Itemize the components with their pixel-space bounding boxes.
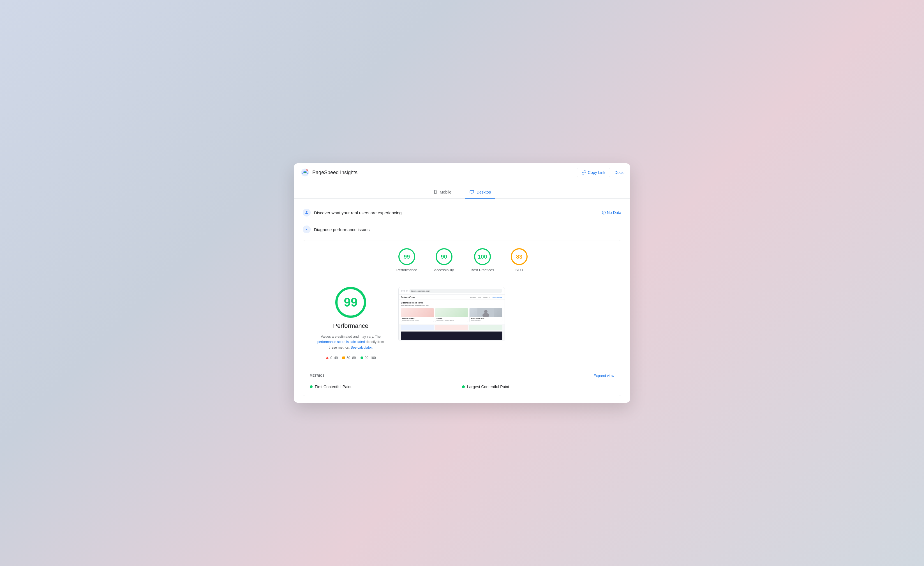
accessibility-label: Accessibility	[434, 268, 454, 272]
seo-label: SEO	[515, 268, 523, 272]
sim-card-title-2: Alpine.js	[436, 317, 467, 319]
diagnose-title: Diagnose performance issues	[314, 227, 369, 232]
dot2	[404, 290, 405, 292]
app-title: PageSpeed Insights	[312, 170, 357, 176]
copy-link-button[interactable]: Copy Link	[577, 168, 610, 177]
accessibility-circle: 90	[436, 248, 453, 265]
sim-logo: BusinessPress	[401, 296, 415, 298]
svg-rect-4	[470, 191, 474, 193]
diagnose-icon	[303, 225, 310, 233]
header-actions: Copy Link Docs	[577, 168, 624, 177]
dot1	[401, 290, 403, 292]
no-data-link[interactable]: No Data	[602, 210, 621, 215]
sim-card-title-3: How to enable auto...	[471, 317, 501, 319]
seo-circle: 83	[511, 248, 528, 265]
metrics-grid: First Contentful Paint Largest Contentfu…	[310, 382, 614, 391]
score-item-performance[interactable]: 99 Performance	[396, 248, 417, 272]
score-description: Values are estimated and may vary. The p…	[314, 334, 387, 350]
svg-point-11	[306, 229, 307, 230]
metrics-header: METRICS Expand view	[310, 374, 614, 378]
sim-nav: About Us Blog Contact Us Login / Registe…	[470, 296, 502, 298]
mobile-icon	[433, 190, 438, 194]
sim-card-text-2: How to create a build with Alpine.js	[436, 320, 467, 321]
preview-browser-bar: businesspress.com	[399, 287, 505, 295]
metric-fcp: First Contentful Paint	[310, 382, 462, 391]
sim-nav-blog: Blog	[478, 296, 481, 298]
diagnose-section-banner: Diagnose performance issues	[303, 222, 621, 237]
sim-hero-title: BusinessPress News	[401, 302, 502, 304]
score-detail: 99 Performance Values are estimated and …	[303, 278, 621, 369]
score-item-accessibility[interactable]: 90 Accessibility	[434, 248, 454, 272]
score-item-seo[interactable]: 83 SEO	[511, 248, 528, 272]
sim-extra-content	[399, 324, 505, 341]
score-card: 99 Performance 90 Accessibility 100 B	[303, 240, 621, 396]
metric-lcp: Largest Contentful Paint	[462, 382, 614, 391]
score-summary: 99 Performance 90 Accessibility 100 B	[303, 240, 621, 278]
performance-circle: 99	[398, 248, 415, 265]
real-users-banner-left: Discover what your real users are experi…	[303, 209, 402, 216]
pass-circle-icon	[360, 356, 363, 359]
svg-point-13	[484, 310, 488, 313]
sim-cards: Keyword Research Importance of Keyword R…	[401, 308, 502, 322]
score-legend: 0–49 50–89 90–100	[326, 356, 376, 360]
link-icon	[582, 170, 586, 175]
preview-url-bar: businesspress.com	[409, 289, 502, 293]
info-icon	[602, 211, 606, 215]
best-practices-label: Best Practices	[471, 268, 494, 272]
big-score-title: Performance	[333, 322, 368, 330]
svg-point-7	[306, 211, 307, 213]
main-content: Discover what your real users are experi…	[294, 198, 630, 403]
settings-icon	[304, 227, 309, 232]
logo-area: PageSpeed Insights	[300, 168, 357, 177]
tab-desktop[interactable]: Desktop	[465, 186, 495, 198]
app-header: PageSpeed Insights Copy Link Docs	[294, 163, 630, 182]
sim-card-body-3: How to enable auto... How to enable auto…	[470, 317, 502, 322]
expand-view-button[interactable]: Expand view	[594, 374, 614, 378]
legend-pass: 90–100	[360, 356, 376, 360]
sim-card-img-2	[435, 308, 468, 317]
fail-triangle-icon	[326, 356, 329, 359]
desktop-icon	[469, 190, 474, 194]
tab-mobile[interactable]: Mobile	[429, 186, 456, 198]
preview-dots	[401, 290, 408, 292]
sim-nav-contact: Contact Us	[483, 296, 490, 298]
website-screenshot: BusinessPress About Us Blog Contact Us L…	[399, 295, 505, 341]
sim-card-text-1: Importance of Keyword Research	[402, 320, 433, 321]
docs-link[interactable]: Docs	[615, 170, 624, 175]
legend-fail: 0–49	[326, 356, 338, 360]
real-users-title: Discover what your real users are experi…	[314, 210, 402, 215]
users-icon	[304, 210, 309, 215]
svg-point-3	[435, 193, 435, 194]
sim-card-img-1	[401, 308, 434, 317]
sim-card-1: Keyword Research Importance of Keyword R…	[401, 308, 434, 322]
big-performance-circle: 99	[335, 287, 366, 318]
legend-average: 50–89	[342, 356, 356, 360]
sim-block2	[435, 325, 468, 330]
sim-nav-about: About Us	[470, 296, 476, 298]
sim-card-text-3: How to enable auto...	[471, 320, 501, 321]
score-detail-right: businesspress.com BusinessPress About Us	[398, 287, 610, 341]
performance-label: Performance	[396, 268, 417, 272]
lcp-dot	[462, 385, 465, 388]
metrics-title: METRICS	[310, 374, 325, 377]
preview-content: BusinessPress About Us Blog Contact Us L…	[399, 295, 505, 341]
best-practices-circle: 100	[474, 248, 491, 265]
sim-card-title-1: Keyword Research	[402, 317, 433, 319]
real-users-section: Discover what your real users are experi…	[303, 205, 621, 220]
performance-score-link[interactable]: performance score is calculated	[317, 340, 365, 344]
sim-nav-login: Login / Register	[492, 296, 502, 298]
sim-header: BusinessPress About Us Blog Contact Us L…	[399, 295, 505, 300]
score-item-best-practices[interactable]: 100 Best Practices	[471, 248, 494, 272]
calculator-link[interactable]: See calculator.	[351, 345, 373, 350]
sim-footer	[401, 332, 502, 340]
dot3	[406, 290, 408, 292]
pagespeed-logo-icon	[300, 168, 309, 177]
tabs-container: Mobile Desktop	[294, 182, 630, 198]
sim-card-2: Alpine.js How to create a build with Alp…	[435, 308, 468, 322]
metrics-section: METRICS Expand view First Contentful Pai…	[303, 369, 621, 396]
sim-hero-subtitle: Read latest news and updates from our te…	[401, 305, 502, 306]
website-preview: businesspress.com BusinessPress About Us	[398, 287, 505, 341]
sim-block3	[469, 325, 502, 330]
score-detail-left: 99 Performance Values are estimated and …	[314, 287, 387, 360]
svg-point-1	[304, 172, 306, 173]
